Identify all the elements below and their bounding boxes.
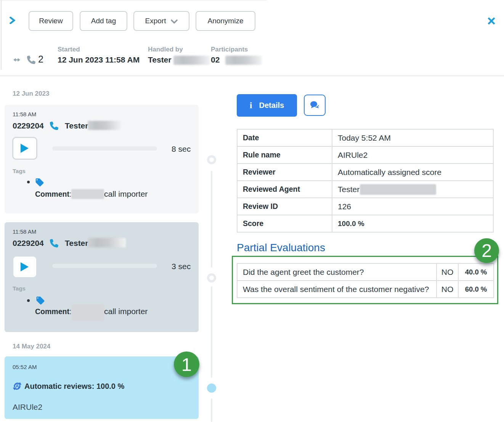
svg-text:A: A [15,383,19,389]
